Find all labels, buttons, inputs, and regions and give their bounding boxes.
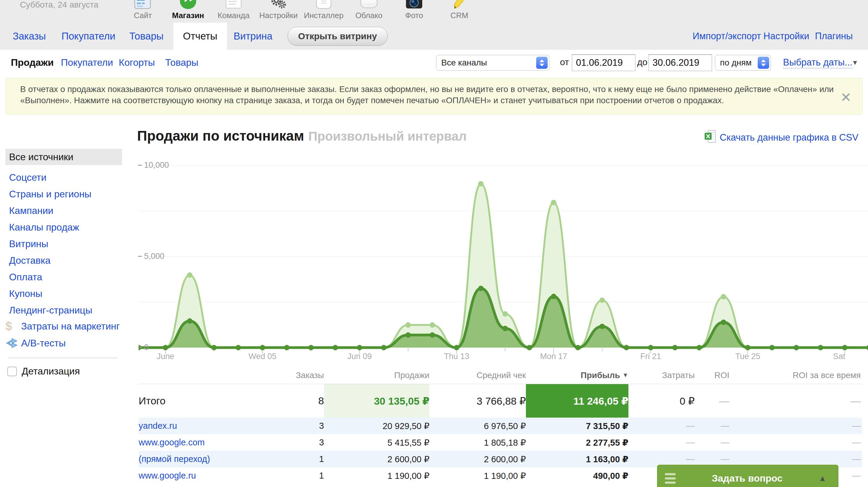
sidebar-item-payment[interactable]: Оплата <box>5 269 122 285</box>
cloud-icon <box>343 0 395 10</box>
subtab-cohorts[interactable]: Когорты <box>119 50 155 76</box>
sort-desc-icon: ▼ <box>622 372 628 379</box>
cell-avg-check: 1 190,00 ₽ <box>430 467 526 484</box>
open-storefront-button[interactable]: Открыть витрину <box>287 27 388 46</box>
source-link[interactable]: www.google.ru <box>138 467 277 484</box>
cell-orders: 3 <box>277 434 324 451</box>
dock-label: CRM <box>434 11 485 20</box>
gears-icon <box>253 0 304 10</box>
cell-costs: — <box>628 418 695 434</box>
to-label: до <box>637 57 647 67</box>
select-stepper-icon <box>758 57 769 69</box>
tab-storefront[interactable]: Витрина <box>234 23 273 50</box>
tab-products[interactable]: Товары <box>129 23 164 50</box>
dock-item-store[interactable]: Магазин <box>162 0 214 19</box>
menu-icon[interactable] <box>665 473 676 484</box>
cell-profit: 1 163,00 ₽ <box>526 451 628 467</box>
cell-roi-all-time: — <box>730 418 861 434</box>
y-axis-tick-label: 0 <box>138 343 149 352</box>
total-profit: 11 246,05 ₽ <box>526 384 628 418</box>
tab-customers[interactable]: Покупатели <box>61 23 116 50</box>
excel-file-icon <box>704 130 716 145</box>
sidebar-item-landing-pages[interactable]: Лендинг-страницы <box>5 302 122 318</box>
sidebar-item-ab-tests[interactable]: A/B-тесты <box>5 335 122 351</box>
info-banner: В отчетах о продажах показываются только… <box>5 78 863 115</box>
from-label: от <box>560 57 569 67</box>
page-title-text: Продажи по источникам <box>137 128 304 144</box>
dock-item-team[interactable]: Команда <box>208 0 259 19</box>
link-settings[interactable]: Настройки <box>764 23 809 50</box>
chart-x-axis: JuneWed 05Jun 09Thu 13Mon 17Fri 21Tue 25… <box>138 352 847 364</box>
subtab-products[interactable]: Товары <box>165 50 198 76</box>
link-import-export[interactable]: Импорт/экспорт <box>692 23 761 50</box>
y-axis-tick-label: 5,000 <box>138 252 164 261</box>
col-header-roi[interactable]: ROI <box>695 367 730 384</box>
col-header-roi-all-time[interactable]: ROI за все время <box>730 367 861 384</box>
channel-select[interactable]: Все каналы <box>436 55 550 70</box>
table-header-row: Заказы Продажи Средний чек Прибыль ▼ Зат… <box>138 367 862 384</box>
sidebar-item-countries[interactable]: Страны и регионы <box>5 186 122 202</box>
granularity-select[interactable]: по дням <box>715 55 771 70</box>
cell-sales: 5 415,55 ₽ <box>324 434 430 451</box>
download-csv-link[interactable]: Скачать данные графика в CSV <box>704 130 858 145</box>
date-to-input[interactable] <box>648 54 712 71</box>
tab-reports[interactable]: Отчеты <box>173 23 227 50</box>
page-title: Продажи по источникамПроизвольный интерв… <box>137 127 467 144</box>
sidebar-item-storefronts[interactable]: Витрины <box>5 236 122 252</box>
sidebar-item-campaigns[interactable]: Кампании <box>5 202 122 219</box>
dock-item-crm[interactable]: CRM <box>434 0 485 19</box>
tab-orders[interactable]: Заказы <box>13 23 46 50</box>
ask-question-widget[interactable]: Задать вопрос ▲ <box>657 465 838 487</box>
subtab-customers[interactable]: Покупатели <box>61 50 113 76</box>
col-header-avg-check[interactable]: Средний чек <box>430 367 526 384</box>
x-axis-tick-label: Fri 21 <box>640 352 661 361</box>
ab-split-icon <box>5 338 21 348</box>
detail-checkbox-label: Детализация <box>22 366 80 377</box>
detail-checkbox-row[interactable]: Детализация <box>7 366 80 377</box>
sidebar-item-social[interactable]: Соцсети <box>5 169 122 185</box>
cell-roi: — <box>695 418 730 434</box>
sidebar-divider <box>8 357 118 358</box>
link-plugins[interactable]: Плагины <box>815 23 853 50</box>
sales-area-chart[interactable] <box>138 157 868 356</box>
cell-avg-check: 1 805,18 ₽ <box>430 434 526 451</box>
select-stepper-icon <box>536 57 548 69</box>
sidebar-item-all-sources[interactable]: Все источники <box>5 149 122 165</box>
cell-costs: — <box>628 434 695 451</box>
col-header-sales[interactable]: Продажи <box>324 367 430 384</box>
date-from-input[interactable] <box>572 54 636 71</box>
sidebar-item-label: A/B-тесты <box>21 338 66 349</box>
info-banner-text: В отчетах о продажах показываются только… <box>20 84 840 106</box>
cell-orders: 1 <box>277 451 324 467</box>
detail-checkbox[interactable] <box>7 367 17 376</box>
total-roi: — <box>695 384 730 418</box>
dock-item-photo[interactable]: Фото <box>389 0 440 19</box>
chevron-down-icon[interactable]: ▼ <box>852 59 858 67</box>
x-axis-tick-label: June <box>157 352 175 361</box>
dock-item-installer[interactable]: Инсталлер <box>298 0 349 19</box>
col-header-label: Прибыль <box>581 371 620 380</box>
cell-orders: 1 <box>277 467 324 484</box>
sidebar-item-coupons[interactable]: Купоны <box>5 285 122 302</box>
site-window-icon <box>117 0 168 10</box>
dock-item-cloud[interactable]: Облако <box>343 0 395 19</box>
team-card-icon <box>208 0 259 10</box>
col-header-costs[interactable]: Затраты <box>628 367 695 384</box>
col-header-orders[interactable]: Заказы <box>277 367 324 384</box>
source-link[interactable]: (прямой переход) <box>138 451 277 467</box>
source-link[interactable]: www.google.com <box>138 434 277 451</box>
close-icon[interactable]: ✕ <box>840 90 851 105</box>
col-header-profit[interactable]: Прибыль ▼ <box>526 367 628 384</box>
pick-dates-link[interactable]: Выбрать даты... <box>783 57 852 68</box>
dock-item-settings[interactable]: Настройки <box>253 0 304 19</box>
source-link[interactable]: yandex.ru <box>138 418 277 434</box>
dock-label: Облако <box>343 11 395 20</box>
sidebar-item-shipping[interactable]: Доставка <box>5 252 122 268</box>
total-orders: 8 <box>277 384 324 418</box>
dock-item-site[interactable]: Сайт <box>117 0 168 19</box>
cell-profit: 2 277,55 ₽ <box>526 434 628 451</box>
sidebar-item-marketing-costs[interactable]: $ Затраты на маркетинг <box>5 318 122 335</box>
sidebar-item-channels[interactable]: Каналы продаж <box>5 219 122 235</box>
ask-question-label: Задать вопрос <box>676 473 818 484</box>
subtab-sales[interactable]: Продажи <box>11 50 54 76</box>
